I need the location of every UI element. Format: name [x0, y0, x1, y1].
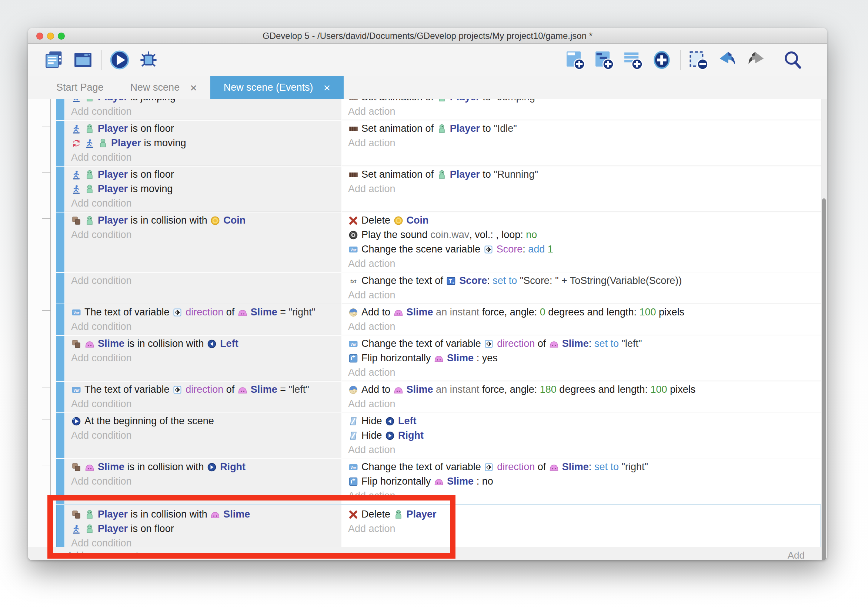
add-action-link[interactable]: Add action [348, 397, 821, 411]
event-selection-bar[interactable] [56, 336, 64, 381]
add-subevent-button[interactable] [594, 50, 614, 70]
action-line[interactable]: txtChange the text of TxScore: set to "S… [348, 273, 821, 288]
condition-line[interactable]: Player is moving [71, 136, 341, 150]
add-event-button[interactable] [565, 50, 585, 70]
scrollbar-thumb[interactable] [822, 198, 826, 560]
undo-button[interactable] [717, 50, 737, 70]
condition-line[interactable]: Player is on floor [71, 522, 341, 536]
action-line[interactable]: Set animation of Player to "Running" [348, 167, 821, 182]
delete-selection-button[interactable] [688, 50, 709, 70]
event-selection-bar[interactable] [56, 99, 64, 120]
event-row[interactable]: Add conditiontxtChange the text of TxSco… [56, 273, 821, 303]
condition-line[interactable]: Player is in collision with Slime [71, 507, 341, 522]
window-title: GDevelop 5 - /Users/david/Documents/GDev… [28, 28, 827, 44]
event-row[interactable]: Slime is in collision with RightAdd cond… [56, 459, 821, 504]
add-action-link[interactable]: Add action [348, 104, 821, 119]
tab-label: New scene (Events) [224, 82, 313, 93]
add-condition-link[interactable]: Add condition [71, 428, 341, 443]
action-line[interactable]: VarChange the text of variable direction… [348, 460, 821, 474]
add-condition-link[interactable]: Add condition [71, 474, 341, 489]
condition-line[interactable]: At the beginning of the scene [71, 414, 341, 428]
condition-line[interactable]: Player is on floor [71, 121, 341, 136]
tab-start-page[interactable]: Start Page [43, 76, 117, 99]
event-selection-bar[interactable] [56, 212, 64, 272]
scrollbar-track[interactable] [821, 99, 827, 560]
event-selection-bar[interactable] [56, 304, 64, 335]
add-action-link[interactable]: Add action [348, 489, 821, 503]
add-action-link[interactable]: Add action [348, 288, 821, 302]
action-line[interactable]: Set animation of Player to "Jumping" [348, 99, 821, 104]
action-line[interactable]: Flip horizontally Slime : no [348, 474, 821, 489]
add-action-link[interactable]: Add action [348, 443, 821, 457]
condition-line[interactable]: Slime is in collision with Left [71, 336, 341, 351]
add-condition-link[interactable]: Add condition [71, 319, 341, 334]
add-action-link[interactable]: Add action [348, 522, 821, 536]
event-row[interactable]: Player is on floorPlayer is movingAdd co… [56, 167, 821, 212]
debug-button[interactable] [138, 50, 159, 70]
action-line[interactable]: Hide Right [348, 428, 821, 443]
condition-line[interactable]: Player is on floor [71, 167, 341, 182]
tab-new-scene[interactable]: New scene× [117, 76, 210, 99]
event-row[interactable]: Player is on floorPlayer is movingAdd co… [56, 121, 821, 166]
action-line[interactable]: Hide Left [348, 414, 821, 428]
search-button[interactable] [783, 50, 803, 70]
action-line[interactable]: Set animation of Player to "Idle" [348, 121, 821, 136]
add-button[interactable]: Add [788, 550, 805, 560]
add-new-event-button[interactable]: Add a new event [67, 550, 138, 560]
add-condition-link[interactable]: Add condition [71, 351, 341, 365]
event-row[interactable]: VarThe text of variable direction of Sli… [56, 382, 821, 412]
condition-line[interactable]: Player is jumping [71, 99, 341, 104]
minimize-window-button[interactable] [47, 33, 54, 39]
event-row[interactable]: Player is jumpingAdd conditionSet animat… [56, 99, 821, 120]
add-more-button[interactable] [651, 50, 672, 70]
add-action-link[interactable]: Add action [348, 256, 821, 271]
add-condition-link[interactable]: Add condition [71, 536, 341, 547]
action-line[interactable]: VarChange the text of variable direction… [348, 336, 821, 351]
add-condition-link[interactable]: Add condition [71, 150, 341, 165]
add-action-link[interactable]: Add action [348, 319, 821, 334]
player-icon [437, 124, 447, 134]
condition-line[interactable]: VarThe text of variable direction of Sli… [71, 305, 341, 319]
event-row[interactable]: Player is in collision with CoinAdd cond… [56, 212, 821, 272]
event-row[interactable]: VarThe text of variable direction of Sli… [56, 304, 821, 335]
action-line[interactable]: Add to Slime an instant force, angle: 18… [348, 382, 821, 397]
event-selection-bar[interactable] [56, 413, 64, 458]
action-line[interactable]: Delete Player [348, 507, 821, 522]
add-condition-link[interactable]: Add condition [71, 228, 341, 242]
event-row[interactable]: At the beginning of the sceneAdd conditi… [56, 413, 821, 458]
condition-line[interactable]: Slime is in collision with Right [71, 460, 341, 474]
action-line[interactable]: VarChange the scene variable Score: add … [348, 242, 821, 256]
action-line[interactable]: Play the sound coin.wav, vol.: , loop: n… [348, 228, 821, 242]
event-row[interactable]: Player is in collision with SlimePlayer … [56, 505, 821, 547]
tab-new-scene-events-[interactable]: New scene (Events)× [210, 76, 344, 99]
action-line[interactable]: Add to Slime an instant force, angle: 0 … [348, 305, 821, 319]
add-action-link[interactable]: Add action [348, 182, 821, 196]
event-selection-bar[interactable] [56, 167, 64, 212]
condition-line[interactable]: Player is moving [71, 182, 341, 196]
event-selection-bar[interactable] [56, 505, 64, 547]
event-selection-bar[interactable] [56, 121, 64, 166]
condition-line[interactable]: VarThe text of variable direction of Sli… [71, 382, 341, 397]
preview-button[interactable] [109, 50, 130, 70]
add-action-link[interactable]: Add action [348, 365, 821, 380]
scene-editor-button[interactable] [72, 50, 93, 70]
add-condition-link[interactable]: Add condition [71, 196, 341, 211]
zoom-window-button[interactable] [58, 33, 65, 39]
event-selection-bar[interactable] [56, 382, 64, 412]
tab-close-icon[interactable]: × [190, 82, 197, 94]
close-window-button[interactable] [36, 33, 43, 39]
add-condition-link[interactable]: Add condition [71, 397, 341, 411]
event-row[interactable]: Slime is in collision with LeftAdd condi… [56, 336, 821, 381]
condition-line[interactable]: Player is in collision with Coin [71, 213, 341, 228]
event-selection-bar[interactable] [56, 273, 64, 303]
action-line[interactable]: Flip horizontally Slime : yes [348, 351, 821, 365]
tab-close-icon[interactable]: × [323, 82, 330, 94]
action-line[interactable]: Delete Coin [348, 213, 821, 228]
add-action-link[interactable]: Add action [348, 136, 821, 150]
add-comment-button[interactable] [623, 50, 643, 70]
add-condition-link[interactable]: Add condition [71, 104, 341, 119]
add-condition-link[interactable]: Add condition [71, 273, 341, 288]
redo-button[interactable] [746, 50, 767, 70]
project-manager-button[interactable] [44, 50, 64, 70]
event-selection-bar[interactable] [56, 459, 64, 504]
